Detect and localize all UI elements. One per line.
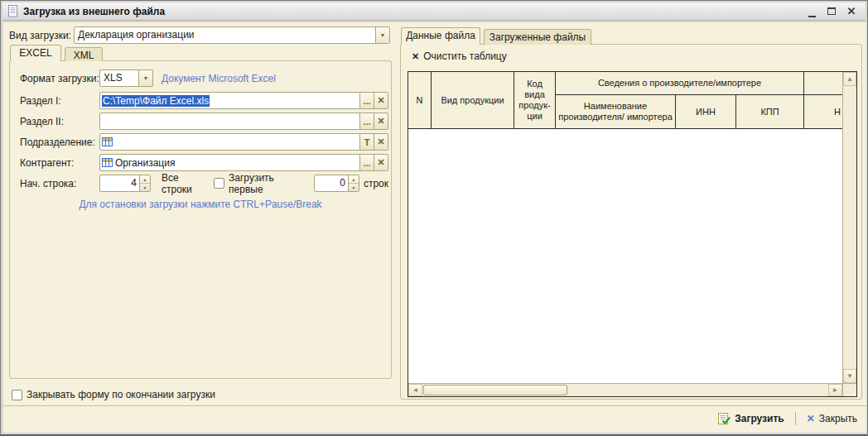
load-kind-label: Вид загрузки: <box>9 30 71 41</box>
spin-up-button[interactable]: ▲ <box>140 175 150 183</box>
clear-table-label: Очистить таблицу <box>423 50 507 62</box>
clear-table-button[interactable]: ✕ Очистить таблицу <box>412 50 507 62</box>
column-group-producer-info: Сведения о производителе/импортере <box>556 72 804 95</box>
format-label: Формат загрузки: <box>20 73 99 84</box>
format-hint: Документ Microsoft Excel <box>162 73 276 84</box>
scroll-left-icon: ◄ <box>412 386 419 394</box>
text-mode-icon: T <box>364 137 370 147</box>
section1-browse-button[interactable]: ... <box>360 92 374 109</box>
maximize-icon <box>827 7 836 15</box>
close-form-icon: ✕ <box>807 413 815 424</box>
department-label: Подразделение: <box>20 137 99 148</box>
department-text-button[interactable]: T <box>360 133 374 151</box>
section1-input[interactable]: C:\Temp\Файл Excel.xls <box>99 92 360 109</box>
section1-value: C:\Temp\Файл Excel.xls <box>102 95 210 107</box>
load-kind-dropdown-button[interactable]: ▼ <box>375 27 389 43</box>
counterparty-clear-button[interactable]: ✕ <box>374 154 388 171</box>
file-data-panel: ✕ Очистить таблицу N Вид продукции Код в… <box>400 44 862 400</box>
ellipsis-icon: ... <box>363 96 370 106</box>
clear-field-icon: ✕ <box>377 157 384 168</box>
scroll-up-icon: ▲ <box>846 75 853 83</box>
maximize-button[interactable] <box>826 6 837 17</box>
department-clear-button[interactable]: ✕ <box>374 133 388 151</box>
section2-input[interactable] <box>99 113 360 130</box>
file-data-table: N Вид продукции Код вида продук-ции Свед… <box>407 71 857 397</box>
tab-excel-label: EXCEL <box>19 47 51 59</box>
chevron-down-icon: ▼ <box>380 32 386 38</box>
start-row-value: 4 <box>100 175 139 191</box>
all-rows-label: Все строки <box>162 172 210 195</box>
counterparty-value: Организация <box>115 157 175 169</box>
load-kind-value: Декларация организации <box>75 27 375 43</box>
column-header-kpp: КПП <box>736 95 804 128</box>
start-row-spinner[interactable]: 4 ▲ ▼ <box>99 175 151 192</box>
tab-loaded-files[interactable]: Загруженные файлы <box>484 29 591 45</box>
load-first-spinner[interactable]: 0 ▲ ▼ <box>314 175 359 192</box>
catalog-grid-icon <box>102 157 113 168</box>
footer-button-separator <box>795 412 796 425</box>
tab-file-data-label: Данные файла <box>406 30 475 41</box>
load-icon <box>717 412 731 425</box>
format-dropdown-button[interactable]: ▼ <box>138 70 152 86</box>
counterparty-label: Контрагент: <box>20 157 99 169</box>
minimize-icon <box>808 15 816 17</box>
close-form-button[interactable]: ✕ Закрыть <box>803 411 861 426</box>
close-form-checkbox[interactable] <box>12 390 22 400</box>
counterparty-browse-button[interactable]: ... <box>360 154 374 171</box>
scroll-left-button[interactable]: ◄ <box>408 384 422 396</box>
tab-excel[interactable]: EXCEL <box>10 45 61 61</box>
catalog-grid-icon <box>102 137 113 147</box>
title-bar[interactable]: Загрузка из внешнего файла ✕ <box>2 2 866 21</box>
close-icon: ✕ <box>847 6 856 17</box>
scroll-down-button[interactable]: ▼ <box>843 369 856 383</box>
spin-down-button[interactable]: ▼ <box>140 183 150 191</box>
close-button[interactable]: ✕ <box>846 6 857 17</box>
table-header: N Вид продукции Код вида продук-ции Свед… <box>408 72 842 128</box>
footer-separator <box>3 405 866 406</box>
start-row-label: Нач. строка: <box>20 178 99 189</box>
format-combobox[interactable]: XLS ▼ <box>99 69 153 87</box>
counterparty-input[interactable]: Организация <box>99 154 360 171</box>
column-header-product: Вид продукции <box>432 72 514 128</box>
scroll-right-icon: ► <box>832 386 839 394</box>
horizontal-scroll-thumb[interactable] <box>423 385 567 395</box>
ellipsis-icon: ... <box>363 117 370 127</box>
tab-xml-label: XML <box>74 50 94 61</box>
close-form-label: Закрывать форму по окончании загрузки <box>27 389 215 400</box>
scroll-up-button[interactable]: ▲ <box>843 72 856 86</box>
ellipsis-icon: ... <box>363 158 370 168</box>
section1-label: Раздел I: <box>20 95 99 107</box>
tab-file-data[interactable]: Данные файла <box>401 27 480 45</box>
spin-down-button[interactable]: ▼ <box>349 183 359 191</box>
close-button-label: Закрыть <box>819 413 857 424</box>
column-header-producer-name: Наименование производителя/ импортера <box>556 95 676 128</box>
column-header-code: Код вида продук-ции <box>514 72 556 128</box>
window-title: Загрузка из внешнего файла <box>23 6 801 17</box>
all-rows-checkbox[interactable] <box>214 178 224 189</box>
scroll-down-icon: ▼ <box>846 372 853 380</box>
minimize-button[interactable] <box>806 6 817 17</box>
section1-clear-button[interactable]: ✕ <box>374 92 388 109</box>
clear-field-icon: ✕ <box>377 116 384 127</box>
tab-loaded-files-label: Загруженные файлы <box>489 31 586 43</box>
horizontal-scrollbar[interactable]: ◄ ► <box>408 383 842 396</box>
column-header-inn: ИНН <box>676 95 736 128</box>
load-first-value: 0 <box>315 175 348 191</box>
client-area: Вид загрузки: Декларация организации ▼ E… <box>3 22 866 433</box>
app-window: Загрузка из внешнего файла ✕ Вид загрузк… <box>0 0 868 436</box>
load-kind-combobox[interactable]: Декларация организации ▼ <box>74 26 390 44</box>
load-button[interactable]: Загрузить <box>713 410 788 427</box>
clear-field-icon: ✕ <box>377 137 384 147</box>
department-input[interactable] <box>99 133 360 151</box>
scroll-right-button[interactable]: ► <box>828 384 842 396</box>
clear-field-icon: ✕ <box>377 95 384 106</box>
tab-xml[interactable]: XML <box>65 47 103 61</box>
section2-label: Раздел II: <box>20 116 99 127</box>
vertical-scrollbar[interactable]: ▲ ▼ <box>842 72 856 396</box>
close-form-option: Закрывать форму по окончании загрузки <box>12 389 215 400</box>
spin-up-button[interactable]: ▲ <box>349 175 359 183</box>
section2-browse-button[interactable]: ... <box>360 113 374 130</box>
stop-hint: Для остановки загрузки нажмите CTRL+Paus… <box>10 199 391 210</box>
chevron-down-icon: ▼ <box>143 75 149 81</box>
section2-clear-button[interactable]: ✕ <box>374 113 388 130</box>
